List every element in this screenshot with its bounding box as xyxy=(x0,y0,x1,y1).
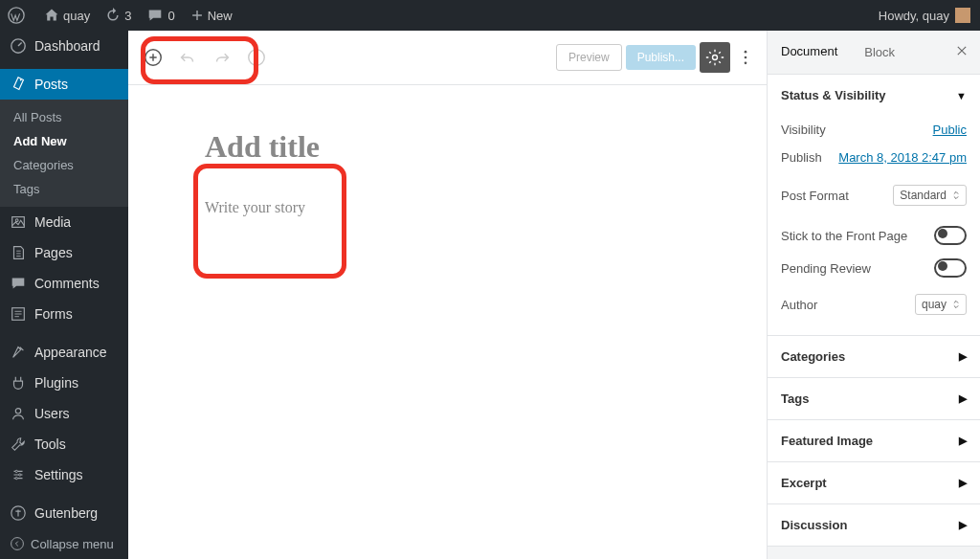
svg-point-0 xyxy=(9,8,24,23)
svg-point-10 xyxy=(11,538,24,550)
caret-down-icon: ▼ xyxy=(956,90,967,101)
panel-head-discussion[interactable]: Discussion▶ xyxy=(768,504,980,546)
menu-appearance[interactable]: Appearance xyxy=(0,337,128,368)
updates[interactable]: 3 xyxy=(98,0,139,31)
admin-sidebar: Dashboard Posts All Posts Add New Catego… xyxy=(0,31,128,559)
annotation-highlight-editor xyxy=(193,164,346,279)
settings-panel: Document Block Status & Visibility ▼ V xyxy=(767,31,980,559)
editor-topbar: Preview Publish... xyxy=(128,31,767,85)
panel-status-visibility: Status & Visibility ▼ Visibility Public … xyxy=(768,75,980,336)
svg-point-2 xyxy=(20,79,22,81)
caret-right-icon: ▶ xyxy=(959,350,967,363)
svg-point-8 xyxy=(15,477,17,479)
menu-settings[interactable]: Settings xyxy=(0,459,128,490)
menu-dashboard[interactable]: Dashboard xyxy=(0,31,128,61)
svg-point-16 xyxy=(745,62,747,65)
menu-gutenberg[interactable]: Gutenberg xyxy=(0,498,128,528)
svg-point-5 xyxy=(15,409,20,414)
editor-area: Preview Publish... Add title Write your … xyxy=(128,31,767,559)
caret-right-icon: ▶ xyxy=(959,477,967,489)
settings-toggle-button[interactable] xyxy=(700,42,730,73)
caret-right-icon: ▶ xyxy=(959,519,967,531)
submenu-categories[interactable]: Categories xyxy=(0,153,128,177)
redo-button[interactable] xyxy=(207,42,237,73)
menu-comments[interactable]: Comments xyxy=(0,268,128,299)
undo-button[interactable] xyxy=(172,42,203,73)
menu-plugins[interactable]: Plugins xyxy=(0,368,128,398)
new-content[interactable]: New xyxy=(183,0,240,31)
caret-right-icon: ▶ xyxy=(959,435,967,447)
post-format-label: Post Format xyxy=(781,189,849,203)
svg-point-15 xyxy=(745,56,747,59)
howdy-account[interactable]: Howdy, quay xyxy=(871,0,980,31)
publish-date-value[interactable]: March 8, 2018 2:47 pm xyxy=(838,150,967,165)
collapse-menu[interactable]: Collapse menu xyxy=(0,528,128,559)
panel-head-categories[interactable]: Categories▶ xyxy=(768,336,980,377)
updates-count: 3 xyxy=(124,9,131,23)
add-block-button[interactable] xyxy=(138,42,168,73)
panel-head-extended[interactable]: Extended Settings▶ xyxy=(768,547,980,559)
panel-head-featured-image[interactable]: Featured Image▶ xyxy=(768,420,980,461)
comments-count: 0 xyxy=(167,9,174,23)
submenu-add-new[interactable]: Add New xyxy=(0,129,128,153)
admin-bar: quay 3 0 New Howdy, quay xyxy=(0,0,980,31)
visibility-value[interactable]: Public xyxy=(933,123,967,137)
post-body-input[interactable]: Write your story xyxy=(205,199,690,216)
preview-button[interactable]: Preview xyxy=(556,44,622,71)
avatar xyxy=(955,8,970,23)
more-menu-button[interactable] xyxy=(734,42,757,73)
howdy-text: Howdy, quay xyxy=(879,9,949,23)
comments-indicator[interactable]: 0 xyxy=(139,0,182,31)
post-format-select[interactable]: Standard xyxy=(893,185,967,206)
menu-forms[interactable]: Forms xyxy=(0,299,128,329)
wp-logo[interactable] xyxy=(0,0,36,31)
tab-block[interactable]: Block xyxy=(851,32,908,73)
author-label: Author xyxy=(781,298,817,312)
svg-point-14 xyxy=(745,51,747,54)
menu-users[interactable]: Users xyxy=(0,398,128,429)
caret-right-icon: ▶ xyxy=(959,392,967,405)
panel-head-excerpt[interactable]: Excerpt▶ xyxy=(768,462,980,503)
publish-label: Publish xyxy=(781,150,822,165)
menu-media[interactable]: Media xyxy=(0,207,128,237)
panel-head-status[interactable]: Status & Visibility ▼ xyxy=(768,75,980,116)
site-name-label: quay xyxy=(63,9,90,23)
submenu-tags[interactable]: Tags xyxy=(0,177,128,201)
new-label: New xyxy=(208,9,233,23)
publish-button[interactable]: Publish... xyxy=(626,45,696,70)
menu-pages[interactable]: Pages xyxy=(0,237,128,268)
svg-point-13 xyxy=(713,56,718,60)
panel-head-tags[interactable]: Tags▶ xyxy=(768,378,980,419)
stick-front-toggle[interactable] xyxy=(934,226,967,245)
visibility-label: Visibility xyxy=(781,123,826,137)
tab-document[interactable]: Document xyxy=(768,31,851,74)
close-settings-button[interactable] xyxy=(944,34,980,70)
site-name[interactable]: quay xyxy=(36,0,98,31)
pending-review-label: Pending Review xyxy=(781,261,871,276)
post-title-input[interactable]: Add title xyxy=(205,123,690,170)
posts-submenu: All Posts Add New Categories Tags xyxy=(0,100,128,207)
svg-point-6 xyxy=(15,470,17,472)
menu-tools[interactable]: Tools xyxy=(0,429,128,459)
stick-front-label: Stick to the Front Page xyxy=(781,229,907,243)
menu-posts[interactable]: Posts xyxy=(0,69,128,100)
pending-review-toggle[interactable] xyxy=(934,258,967,278)
svg-point-7 xyxy=(19,474,21,476)
info-button[interactable] xyxy=(241,42,272,73)
submenu-all-posts[interactable]: All Posts xyxy=(0,105,128,129)
author-select[interactable]: quay xyxy=(915,294,967,315)
